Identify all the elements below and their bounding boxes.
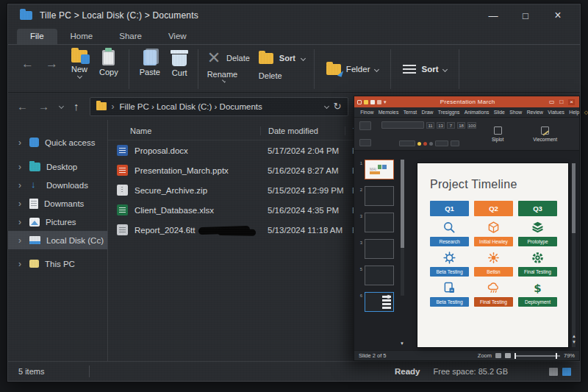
new-button[interactable]: New bbox=[65, 48, 93, 90]
next-slide-icon[interactable]: ▼ bbox=[572, 340, 576, 344]
delete-x-icon[interactable]: ✕ bbox=[207, 50, 220, 66]
paste-group-icon[interactable] bbox=[359, 121, 371, 130]
sidebar-item-pictures[interactable]: › Pictures bbox=[8, 213, 107, 231]
column-header-date-modified[interactable]: Date modified bbox=[260, 126, 345, 135]
toolbar-forward-icon[interactable]: → bbox=[46, 57, 58, 71]
thumbnail-scrollbar[interactable] bbox=[401, 160, 404, 296]
sidebar-item-local-disk[interactable]: › Local Disk (Cc) bbox=[8, 231, 107, 249]
slideshow-view-icon[interactable] bbox=[505, 353, 511, 358]
nav-forward-icon[interactable]: → bbox=[38, 100, 49, 113]
previous-slide-icon[interactable]: ▲ bbox=[572, 334, 576, 338]
sidebar-item-this-pc[interactable]: › This PC bbox=[8, 254, 107, 273]
breadcrumb-separator: › bbox=[112, 101, 115, 112]
font-color-icon[interactable] bbox=[423, 142, 427, 146]
paste-button[interactable]: Paste bbox=[134, 48, 166, 90]
maximize-button[interactable]: □ bbox=[509, 10, 542, 21]
thumbnail-scroll-down-icon[interactable]: ▼ bbox=[400, 341, 404, 346]
redaction-scribble bbox=[198, 225, 250, 234]
slide-canvas[interactable]: Project Timeline Q1 Q2 Q3 Research bbox=[417, 163, 568, 347]
ppt-tab[interactable]: Finow bbox=[358, 110, 376, 115]
felder-folder-icon bbox=[326, 64, 341, 75]
ppt-tab[interactable]: Tresiggns bbox=[436, 110, 462, 115]
rename-button[interactable]: Rename bbox=[207, 70, 238, 79]
save-icon[interactable] bbox=[364, 100, 368, 104]
undo-icon[interactable] bbox=[370, 100, 375, 104]
font-size-value[interactable]: 100 bbox=[467, 122, 476, 129]
sidebar-item-dowmants[interactable]: › Dowmants bbox=[8, 194, 107, 213]
ribbon-tabs: File Home Share View bbox=[8, 26, 580, 44]
viecorment-button[interactable]: Viecorment bbox=[517, 120, 573, 148]
nav-back-icon[interactable]: ← bbox=[17, 100, 28, 113]
felder-button[interactable]: Felder bbox=[319, 64, 387, 75]
file-date: 5/15/2024 12:99 PM bbox=[260, 186, 345, 195]
ppt-close-button[interactable]: × bbox=[568, 99, 575, 105]
quick-access-chevron-icon[interactable]: ▾ bbox=[384, 99, 387, 104]
layout-icon bbox=[494, 126, 502, 135]
redo-icon[interactable] bbox=[377, 100, 381, 104]
nav-up-icon[interactable]: ↑ bbox=[74, 100, 79, 113]
timeline-label: Beta Testing bbox=[430, 267, 469, 277]
ppt-tab[interactable]: Ternst bbox=[401, 110, 419, 115]
normal-view-icon[interactable] bbox=[495, 353, 501, 358]
ppt-tab[interactable]: Help bbox=[567, 110, 581, 115]
sidebar-item-quick-access[interactable]: › Quick access bbox=[8, 133, 107, 152]
refresh-icon[interactable]: ↻ bbox=[334, 101, 342, 112]
breadcrumb[interactable]: Fille PC › Local Disk (C:) › Documents bbox=[120, 102, 262, 111]
sort-button[interactable]: Sort bbox=[395, 65, 454, 74]
fill-color-icon[interactable] bbox=[429, 142, 433, 146]
expander-icon[interactable]: › bbox=[18, 199, 24, 209]
tablet-icon bbox=[430, 277, 469, 296]
copy-button[interactable]: Copy bbox=[93, 48, 124, 90]
expander-icon[interactable]: › bbox=[18, 180, 24, 190]
slide-scrollbar[interactable] bbox=[572, 163, 576, 347]
expander-icon[interactable]: › bbox=[18, 217, 24, 227]
explorer-status-bar: 5 items Ready Free space: 85.2 GB bbox=[8, 361, 580, 381]
ppt-tab[interactable]: Memoies bbox=[376, 110, 401, 115]
font-name-box[interactable] bbox=[381, 121, 424, 129]
ppt-tab[interactable]: Draw bbox=[419, 110, 435, 115]
recent-locations-chevron-icon[interactable] bbox=[59, 104, 64, 109]
font-size-value[interactable]: 7 bbox=[447, 122, 455, 129]
details-view-icon[interactable] bbox=[549, 368, 558, 376]
font-style-box[interactable] bbox=[399, 140, 415, 146]
address-bar[interactable]: › Fille PC › Local Disk (C:) › Documents… bbox=[90, 97, 348, 116]
tab-home[interactable]: Home bbox=[57, 29, 107, 44]
autosave-icon[interactable] bbox=[357, 100, 362, 104]
ppt-maximize-button[interactable]: □ bbox=[559, 99, 563, 105]
ppt-minimize-button[interactable]: ▭ bbox=[549, 99, 555, 105]
expander-icon[interactable]: › bbox=[18, 162, 24, 172]
font-size-value[interactable]: 11 bbox=[426, 122, 434, 129]
font-size-value[interactable]: 18 bbox=[457, 122, 465, 129]
ppt-tab[interactable]: Review bbox=[524, 110, 545, 115]
expander-icon[interactable]: › bbox=[18, 138, 24, 148]
ppt-tab[interactable]: Slide bbox=[492, 110, 508, 115]
clipboard-group-icon[interactable] bbox=[359, 139, 371, 146]
delate-label[interactable]: Delate bbox=[226, 54, 250, 63]
sort-mini-button[interactable]: Sort bbox=[279, 54, 295, 63]
alignment-box[interactable] bbox=[435, 140, 448, 146]
ppt-tab[interactable]: Show bbox=[507, 110, 524, 115]
toolbar-back-icon[interactable]: ← bbox=[21, 57, 34, 71]
expander-icon[interactable]: › bbox=[18, 235, 24, 246]
sidebar-item-desktop[interactable]: › Desktop bbox=[8, 157, 107, 176]
delete-button[interactable]: Delete bbox=[259, 71, 282, 80]
tab-file[interactable]: File bbox=[17, 29, 57, 44]
zoom-slider[interactable] bbox=[514, 355, 560, 357]
curt-button[interactable]: Curt bbox=[166, 48, 193, 90]
address-dropdown-chevron-icon[interactable] bbox=[324, 104, 329, 109]
highlight-color-icon[interactable] bbox=[417, 142, 421, 146]
column-header-name[interactable]: Name bbox=[108, 126, 260, 135]
thumbnail-view-icon[interactable] bbox=[562, 368, 571, 376]
ppt-tab[interactable]: Viatues bbox=[545, 110, 567, 115]
close-button[interactable]: × bbox=[542, 9, 574, 22]
ppt-tab[interactable]: Animations bbox=[462, 110, 492, 115]
tab-view[interactable]: View bbox=[155, 29, 200, 44]
font-size-value[interactable]: 13 bbox=[437, 122, 445, 129]
expander-icon[interactable]: › bbox=[18, 259, 24, 269]
minimize-button[interactable]: — bbox=[477, 10, 509, 21]
sidebar-item-downloads[interactable]: › Downloads bbox=[8, 176, 107, 194]
siplot-button[interactable]: Siplot bbox=[484, 120, 511, 148]
tab-share[interactable]: Share bbox=[106, 29, 155, 44]
powerpoint-file-icon bbox=[117, 165, 128, 176]
spacing-box[interactable] bbox=[451, 140, 459, 146]
